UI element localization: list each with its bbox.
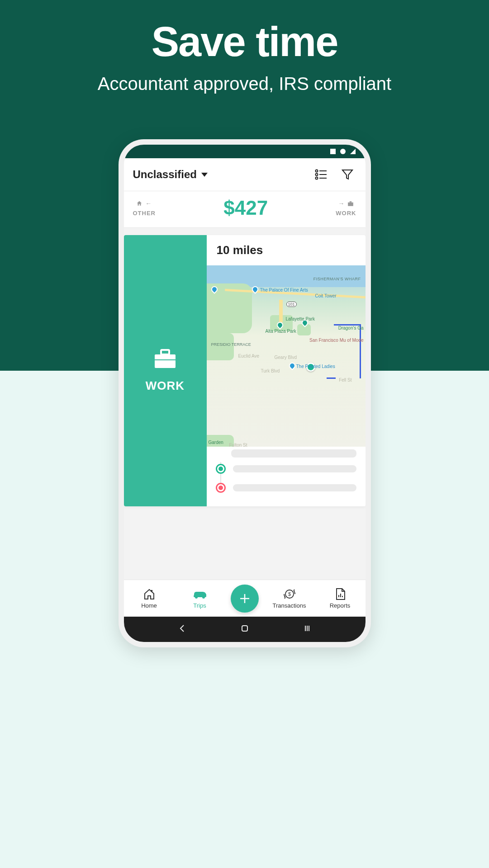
trip-card[interactable]: WORK 10 miles [124,235,366,506]
start-point-icon [216,464,226,474]
svg-point-11 [195,596,198,599]
dropdown-label: Unclassified [133,168,197,181]
reports-icon [335,588,346,600]
map-poi-label: Alta Plaza Park [266,329,296,334]
status-icon [330,149,336,154]
trip-end-row[interactable] [216,478,356,497]
map-hwy-shield: 101 [286,302,297,307]
map-poi-label: Lafayette Park [286,316,315,321]
hero: Save time Accountant approved, IRS compl… [0,18,489,94]
car-icon [192,589,208,599]
summary-work[interactable]: → WORK [336,200,356,217]
trip-category-label: WORK [146,379,185,393]
hero-title: Save time [0,18,489,66]
svg-text:$: $ [288,591,290,597]
nav-transactions[interactable]: $ Transactions [270,588,309,609]
map-poi-label: Coit Tower [315,293,337,298]
android-back-button[interactable] [178,624,186,634]
map-street-label: Euclid Ave [238,354,260,359]
nav-reports[interactable]: Reports [320,588,360,609]
android-home-button[interactable] [241,624,249,634]
map-area-label: Dragon's Ga [338,326,364,330]
status-signal-icon [350,149,356,154]
map-street-label: Fell St [339,377,351,382]
map-area-label: FISHERMAN'S WHARF [313,277,361,281]
add-button[interactable] [231,585,259,613]
summary-other[interactable]: ← OTHER [133,200,156,217]
svg-point-12 [202,596,205,599]
nav-transactions-label: Transactions [273,602,306,609]
map-area-label: PRESIDIO TERRACE [211,342,251,347]
android-recent-button[interactable] [303,624,311,634]
list-options-icon [315,169,328,180]
summary-amount: $427 [156,197,336,219]
chevron-down-icon [201,173,208,177]
trip-start-row[interactable] [216,459,356,478]
status-icon [340,149,346,154]
square-icon [241,624,249,632]
briefcase-icon [154,349,176,369]
home-icon [143,588,156,600]
trip-map[interactable]: FISHERMAN'S WHARF The Palace Of Fine Art… [207,265,366,467]
trip-main: 10 miles [207,235,366,506]
svg-rect-8 [155,354,176,368]
svg-rect-20 [242,626,247,631]
map-area-label: San Francisco Mu of Mode [309,338,364,343]
trip-endpoints [207,447,366,506]
trip-category-side[interactable]: WORK [124,235,207,506]
svg-point-1 [315,174,318,176]
map-poi-label: The Painted Ladies [296,364,335,369]
arrow-right-icon: → [338,200,345,207]
menu-icon [303,624,311,632]
end-point-icon [216,483,226,493]
list-options-button[interactable] [312,165,330,184]
filter-button[interactable] [338,165,356,184]
nav-trips[interactable]: Trips [180,588,220,609]
svg-point-0 [315,170,318,172]
phone-frame: Unclassified [119,139,371,647]
bottom-nav: Home Trips [124,580,366,617]
map-area-label: Garden [209,440,223,445]
placeholder-line [233,465,356,472]
trip-distance: 10 miles [207,235,366,265]
map-marker-icon [288,361,297,370]
summary-other-label: OTHER [133,210,156,217]
nav-reports-label: Reports [330,602,351,609]
android-status-bar [124,145,366,158]
placeholder-line [231,449,356,458]
summary-bar: ← OTHER $427 → WORK [124,191,366,228]
android-nav-bar [124,617,366,642]
map-street-label: Turk Blvd [261,368,280,373]
toolbar: Unclassified [124,158,366,191]
nav-home-label: Home [141,602,157,609]
map-poi-label: The Palace Of Fine Arts [260,288,308,292]
nav-trips-label: Trips [193,602,206,609]
arrow-left-icon: ← [145,200,152,207]
back-icon [178,624,186,632]
transactions-icon: $ [283,588,296,600]
svg-rect-9 [161,350,169,354]
svg-point-2 [315,177,318,179]
phone-screen: Unclassified [124,145,366,642]
home-icon [136,200,142,207]
svg-rect-6 [348,202,354,206]
trip-list[interactable]: WORK 10 miles [124,228,366,580]
hero-subtitle: Accountant approved, IRS compliant [0,74,489,94]
nav-home[interactable]: Home [129,588,169,609]
briefcase-icon [347,201,354,206]
placeholder-line [233,484,356,491]
summary-work-label: WORK [336,210,356,217]
svg-rect-7 [350,201,352,202]
filter-dropdown[interactable]: Unclassified [133,168,208,181]
plus-icon [238,592,251,605]
funnel-icon [342,169,353,180]
map-street-label: Geary Blvd [275,355,297,360]
